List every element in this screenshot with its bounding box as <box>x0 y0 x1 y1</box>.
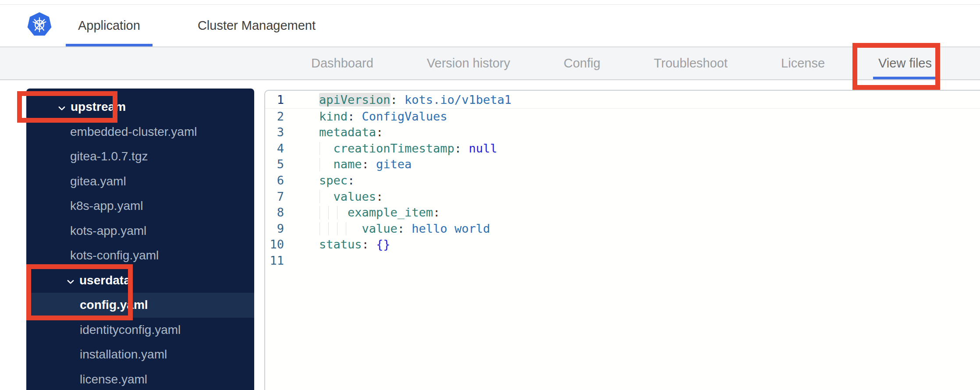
highlighted-token: apiVersion <box>319 93 391 106</box>
code-token <box>319 142 334 155</box>
code-token: : <box>376 125 383 139</box>
line-number: 5 <box>265 156 284 173</box>
tree-item-label: userdata <box>79 273 131 287</box>
tree-item-label: gitea-1.0.7.tgz <box>70 149 148 163</box>
code-token: : <box>348 174 355 187</box>
code-line-content: example_item: <box>319 205 440 221</box>
code-token: name <box>334 157 362 171</box>
nav-item-view-files[interactable]: View files <box>878 47 932 79</box>
tree-file-gitea-1.0.7.tgz[interactable]: gitea-1.0.7.tgz <box>26 144 254 169</box>
code-token: : <box>376 190 383 203</box>
code-token <box>319 222 362 235</box>
chevron-down-icon <box>66 276 75 285</box>
code-token: : <box>454 142 462 155</box>
indent-guide <box>320 142 320 156</box>
code-line-content: apiVersion: kots.io/v1beta1 <box>319 92 511 108</box>
code-line-7: 7 values: <box>265 189 980 205</box>
nav-item-dashboard[interactable]: Dashboard <box>311 47 373 79</box>
code-token: : <box>391 93 398 106</box>
tree-file-kots-app.yaml[interactable]: kots-app.yaml <box>26 219 254 244</box>
code-line-10: 10status: {} <box>265 237 980 253</box>
code-token: metadata <box>319 125 376 139</box>
code-line-9: 9 value: hello world <box>265 221 980 237</box>
code-token <box>462 142 469 155</box>
tree-file-identityconfig.yaml[interactable]: identityconfig.yaml <box>26 318 254 343</box>
code-line-11: 11 <box>265 253 980 269</box>
code-token <box>319 206 348 219</box>
tree-item-label: config.yaml <box>80 298 148 312</box>
code-line-content: spec: <box>319 173 355 189</box>
code-line-content: name: gitea <box>319 156 412 173</box>
code-line-content: value: hello world <box>319 221 490 237</box>
code-line-6: 6spec: <box>265 173 980 189</box>
nav-item-troubleshoot[interactable]: Troubleshoot <box>654 47 728 79</box>
code-token <box>369 238 376 251</box>
tree-file-kots-config.yaml[interactable]: kots-config.yaml <box>26 243 254 268</box>
code-line-content: status: {} <box>319 237 391 253</box>
tree-file-gitea.yaml[interactable]: gitea.yaml <box>26 169 254 194</box>
code-token: spec <box>319 174 348 187</box>
code-token: example_item <box>348 206 433 219</box>
indent-guide <box>337 222 337 236</box>
tree-file-license.yaml[interactable]: license.yaml <box>26 367 254 390</box>
code-token: {} <box>376 238 391 251</box>
code-line-2: 2kind: ConfigValues <box>265 109 980 125</box>
chevron-down-icon <box>57 102 67 112</box>
nav-item-version-history[interactable]: Version history <box>427 47 510 79</box>
code-line-content: metadata: <box>319 124 383 141</box>
code-token: : <box>433 206 440 219</box>
yaml-editor[interactable]: 1apiVersion: kots.io/v1beta12kind: Confi… <box>264 90 980 390</box>
tree-item-label: gitea.yaml <box>70 174 126 188</box>
tree-item-label: kots-config.yaml <box>70 248 159 262</box>
tree-item-label: installation.yaml <box>80 347 167 362</box>
file-tree-sidebar: upstreamembedded-cluster.yamlgitea-1.0.7… <box>26 89 254 390</box>
code-token: creationTimestamp <box>334 142 454 155</box>
line-number: 8 <box>265 205 284 221</box>
tree-folder-upstream[interactable]: upstream <box>26 95 254 120</box>
nav-item-license[interactable]: License <box>781 47 825 79</box>
line-number: 10 <box>265 237 284 253</box>
tree-file-k8s-app.yaml[interactable]: k8s-app.yaml <box>26 194 254 219</box>
line-number: 11 <box>265 253 284 269</box>
indent-guide <box>346 222 346 236</box>
code-token: status <box>319 238 362 251</box>
kubernetes-logo[interactable] <box>27 12 52 37</box>
code-token: hello world <box>405 222 490 235</box>
line-number: 1 <box>265 92 284 108</box>
line-number: 2 <box>265 109 284 125</box>
nav-item-label: Config <box>564 56 600 71</box>
code-line-content: values: <box>319 189 383 205</box>
code-token <box>319 190 334 203</box>
indent-guide <box>328 206 329 220</box>
tree-folder-userdata[interactable]: userdata <box>26 268 254 293</box>
indent-guide <box>320 206 320 220</box>
tree-file-installation.yaml[interactable]: installation.yaml <box>26 342 254 367</box>
line-number: 7 <box>265 189 284 205</box>
line-number: 6 <box>265 173 284 189</box>
tree-file-embedded-cluster.yaml[interactable]: embedded-cluster.yaml <box>26 120 254 145</box>
nav-item-label: License <box>781 56 825 71</box>
code-token: value <box>362 222 398 235</box>
nav-item-label: Version history <box>427 56 510 71</box>
indent-guide <box>320 190 320 204</box>
code-token: kind <box>319 110 348 123</box>
tree-item-label: kots-app.yaml <box>70 224 146 238</box>
header-tab-cluster-management[interactable]: Cluster Management <box>185 5 328 46</box>
code-token <box>319 157 334 171</box>
code-token: : <box>362 157 369 171</box>
code-token: gitea <box>369 157 412 171</box>
nav-item-config[interactable]: Config <box>564 47 600 79</box>
header-tab-application[interactable]: Application <box>66 5 153 46</box>
tree-item-label: identityconfig.yaml <box>80 323 181 337</box>
indent-guide <box>328 222 329 236</box>
code-line-content: kind: ConfigValues <box>319 109 447 125</box>
header-tabs: ApplicationCluster Management <box>66 5 328 46</box>
indent-guide <box>320 158 320 171</box>
code-token: kots.io/v1beta1 <box>398 93 511 106</box>
tree-file-config.yaml[interactable]: config.yaml <box>26 293 254 318</box>
code-token: : <box>348 110 355 123</box>
tree-item-label: k8s-app.yaml <box>70 199 143 213</box>
line-number: 4 <box>265 141 284 157</box>
nav-item-label: Troubleshoot <box>654 56 728 71</box>
code-line-content: creationTimestamp: null <box>319 141 497 157</box>
